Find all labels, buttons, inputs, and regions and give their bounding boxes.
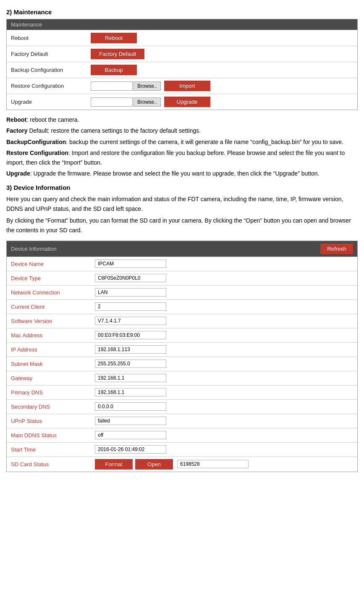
gateway-row: Gateway 192.168.1.1 xyxy=(7,371,357,385)
mac-address-value: 00:E0:F8:03:E9:00 xyxy=(95,331,166,339)
upnp-status-value: failed xyxy=(95,417,166,425)
device-info-panel-header: Device Information Refresh xyxy=(7,241,357,257)
gateway-label: Gateway xyxy=(11,375,95,381)
reboot-row: Reboot Reboot xyxy=(7,30,357,46)
device-info-section: 3) Device Information Here you can query… xyxy=(6,184,358,472)
device-info-panel: Device Information Refresh Device Name I… xyxy=(6,241,358,472)
secondary-dns-row: Secondary DNS 0.0.0.0 xyxy=(7,399,357,414)
upgrade-button[interactable]: Upgrade xyxy=(164,97,210,107)
ip-address-row: IP Address 192.168.1.113 xyxy=(7,342,357,357)
reboot-label: Reboot xyxy=(11,35,91,41)
upgrade-desc: Upgrade: Upgrade the firmware. Please br… xyxy=(6,169,358,178)
ip-address-label: IP Address xyxy=(11,346,95,353)
format-button[interactable]: Format xyxy=(95,459,133,470)
maintenance-section: 2) Maintenance Maintenance Reboot Reboot… xyxy=(6,8,358,178)
ddns-status-value: off xyxy=(95,431,166,439)
factory-desc: Factory Default: restore the camera sett… xyxy=(6,126,358,135)
restore-browse-button[interactable]: Browse.. xyxy=(134,81,161,91)
restore-config-row: Restore Configuration Browse.. Import xyxy=(7,78,357,94)
ddns-status-label: Main DDNS Status xyxy=(11,432,95,438)
reboot-button[interactable]: Reboot xyxy=(91,33,137,43)
start-time-label: Start Time xyxy=(11,446,95,453)
start-time-value: 2016-01-26 01:49:02 xyxy=(95,445,166,454)
device-info-intro2: By clicking the “Format” button, you can… xyxy=(6,216,358,235)
subnet-mask-row: Subnet Mask 255.255.255.0 xyxy=(7,357,357,371)
device-info-panel-title: Device Information xyxy=(11,246,56,252)
software-version-value: V7.1.4.1.7 xyxy=(95,317,166,325)
restore-desc: Restore Configuration: Import and restor… xyxy=(6,148,358,167)
backup-config-row: Backup Configuration Backup xyxy=(7,62,357,78)
device-type-row: Device Type C6F0SeZ0N0P0L0 xyxy=(7,271,357,285)
upgrade-row: Upgrade Browse.. Upgrade xyxy=(7,94,357,110)
device-info-title: 3) Device Information xyxy=(6,184,358,191)
device-name-label: Device Name xyxy=(11,261,95,267)
device-name-row: Device Name IPCAM xyxy=(7,257,357,271)
device-type-label: Device Type xyxy=(11,275,95,281)
reboot-desc: Reboot: reboot the camera. xyxy=(6,115,358,124)
start-time-row: Start Time 2016-01-26 01:49:02 xyxy=(7,442,357,457)
device-info-descriptions: Here you can query and check the main in… xyxy=(6,194,358,235)
network-connection-label: Network Connection xyxy=(11,289,95,296)
restore-config-label: Restore Configuration xyxy=(11,83,91,89)
current-client-label: Current Client xyxy=(11,304,95,310)
current-client-row: Current Client 2 xyxy=(7,299,357,314)
ddns-status-row: Main DDNS Status off xyxy=(7,428,357,442)
upgrade-label: Upgrade xyxy=(11,99,91,105)
open-button[interactable]: Open xyxy=(135,459,173,470)
primary-dns-row: Primary DNS 192.168.1.1 xyxy=(7,385,357,399)
maintenance-descriptions: Reboot: reboot the camera. Factory Defau… xyxy=(6,115,358,178)
software-version-label: Software Version xyxy=(11,318,95,324)
maintenance-panel: Maintenance Reboot Reboot Factory Defaul… xyxy=(6,19,358,110)
upnp-status-row: UPnP Status failed xyxy=(7,414,357,428)
sd-card-space-value: 6198528 xyxy=(177,460,249,468)
import-button[interactable]: Import xyxy=(164,81,210,91)
sd-card-label: SD Card Status xyxy=(11,461,95,467)
backup-desc: BackupConfiguration: backup the current … xyxy=(6,137,358,147)
primary-dns-label: Primary DNS xyxy=(11,389,95,396)
upgrade-browse-button[interactable]: Browse.. xyxy=(134,97,161,107)
current-client-value: 2 xyxy=(95,302,166,311)
maintenance-panel-header: Maintenance xyxy=(7,19,357,30)
sd-card-row: SD Card Status Format Open 6198528 xyxy=(7,457,357,472)
device-name-value: IPCAM xyxy=(95,260,166,268)
network-connection-value: LAN xyxy=(95,288,166,296)
device-info-intro: Here you can query and check the main in… xyxy=(6,194,358,213)
primary-dns-value: 192.168.1.1 xyxy=(95,388,166,396)
mac-address-label: Mac Address xyxy=(11,332,95,338)
subnet-mask-label: Subnet Mask xyxy=(11,361,95,367)
maintenance-title: 2) Maintenance xyxy=(6,8,358,16)
refresh-button[interactable]: Refresh xyxy=(320,244,353,254)
secondary-dns-value: 0.0.0.0 xyxy=(95,402,166,411)
gateway-value: 192.168.1.1 xyxy=(95,374,166,382)
upgrade-file-input[interactable] xyxy=(91,97,133,107)
network-connection-row: Network Connection LAN xyxy=(7,285,357,299)
ip-address-value: 192.168.1.113 xyxy=(95,345,166,354)
mac-address-row: Mac Address 00:E0:F8:03:E9:00 xyxy=(7,328,357,342)
factory-default-button[interactable]: Factory Default xyxy=(91,49,144,59)
device-type-value: C6F0SeZ0N0P0L0 xyxy=(95,274,166,282)
backup-config-label: Backup Configuration xyxy=(11,67,91,73)
secondary-dns-label: Secondary DNS xyxy=(11,404,95,410)
software-version-row: Software Version V7.1.4.1.7 xyxy=(7,314,357,328)
factory-default-label: Factory Default xyxy=(11,51,91,57)
subnet-mask-value: 255.255.255.0 xyxy=(95,359,166,368)
factory-default-row: Factory Default Factory Default xyxy=(7,46,357,62)
backup-button[interactable]: Backup xyxy=(91,65,137,75)
upnp-status-label: UPnP Status xyxy=(11,418,95,424)
restore-file-input[interactable] xyxy=(91,81,133,91)
